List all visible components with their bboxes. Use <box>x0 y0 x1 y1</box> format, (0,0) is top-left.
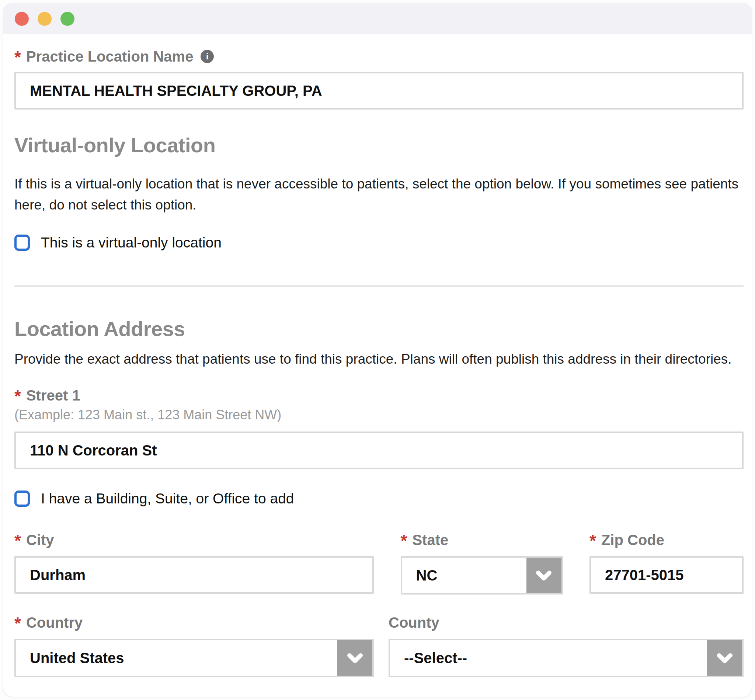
city-label: City <box>26 531 54 549</box>
chevron-down-icon <box>707 640 742 676</box>
virtual-only-checkbox-label: This is a virtual-only location <box>41 234 222 251</box>
county-select-value: --Select-- <box>390 640 707 676</box>
zip-field: * Zip Code <box>590 531 744 595</box>
county-label: County <box>388 614 440 631</box>
chevron-down-icon <box>337 640 372 676</box>
county-label-row: County <box>388 614 744 631</box>
building-suite-office-checkbox-label: I have a Building, Suite, or Office to a… <box>41 491 294 507</box>
address-section-description: Provide the exact address that patients … <box>14 350 744 368</box>
street1-hint: (Example: 123 Main st., 123 Main Street … <box>14 407 744 423</box>
country-label-row: * Country <box>14 614 374 631</box>
required-asterisk: * <box>14 615 21 631</box>
zip-label: Zip Code <box>601 531 664 549</box>
virtual-only-checkbox[interactable] <box>14 234 30 251</box>
required-asterisk: * <box>14 388 21 404</box>
county-field: County --Select-- <box>388 614 744 677</box>
building-suite-office-checkbox[interactable] <box>14 491 30 507</box>
state-label: State <box>412 531 448 549</box>
virtual-section-description: If this is a virtual-only location that … <box>14 173 744 216</box>
state-select-value: NC <box>402 558 526 593</box>
section-divider <box>14 286 744 287</box>
required-asterisk: * <box>401 533 407 549</box>
street1-label-row: * Street 1 <box>14 386 744 404</box>
practice-name-label-row: * Practice Location Name i <box>14 48 744 65</box>
virtual-section-heading: Virtual-only Location <box>14 133 744 157</box>
street1-label: Street 1 <box>26 386 80 404</box>
info-icon[interactable]: i <box>201 50 214 63</box>
practice-name-input[interactable] <box>14 72 744 109</box>
country-select-value: United States <box>16 640 337 676</box>
city-field: * City <box>14 531 374 595</box>
required-asterisk: * <box>14 49 21 65</box>
zip-input[interactable] <box>590 556 744 594</box>
city-input[interactable] <box>14 556 374 594</box>
country-county-row: * Country United States County --Select-… <box>14 614 744 677</box>
city-state-zip-row: * City * State NC * <box>14 531 744 595</box>
address-section-heading: Location Address <box>14 317 744 341</box>
state-select[interactable]: NC <box>401 556 563 595</box>
city-label-row: * City <box>14 531 374 549</box>
practice-name-label: Practice Location Name <box>26 48 193 65</box>
virtual-only-checkbox-row: This is a virtual-only location <box>14 234 744 251</box>
state-field: * State NC <box>401 531 563 595</box>
street1-input[interactable] <box>14 431 744 469</box>
window-titlebar <box>3 3 752 34</box>
app-window: * Practice Location Name i Virtual-only … <box>3 3 752 697</box>
country-field: * Country United States <box>14 614 374 677</box>
form-content: * Practice Location Name i Virtual-only … <box>3 34 752 677</box>
minimize-window-button[interactable] <box>37 12 51 26</box>
zip-label-row: * Zip Code <box>590 531 744 549</box>
close-window-button[interactable] <box>15 12 29 26</box>
state-label-row: * State <box>401 531 563 549</box>
country-select[interactable]: United States <box>14 639 374 677</box>
country-label: Country <box>26 614 83 631</box>
chevron-down-icon <box>526 558 562 593</box>
required-asterisk: * <box>590 533 596 549</box>
zoom-window-button[interactable] <box>61 12 75 26</box>
county-select[interactable]: --Select-- <box>388 639 744 677</box>
required-asterisk: * <box>14 533 21 549</box>
building-checkbox-row: I have a Building, Suite, or Office to a… <box>14 491 744 507</box>
